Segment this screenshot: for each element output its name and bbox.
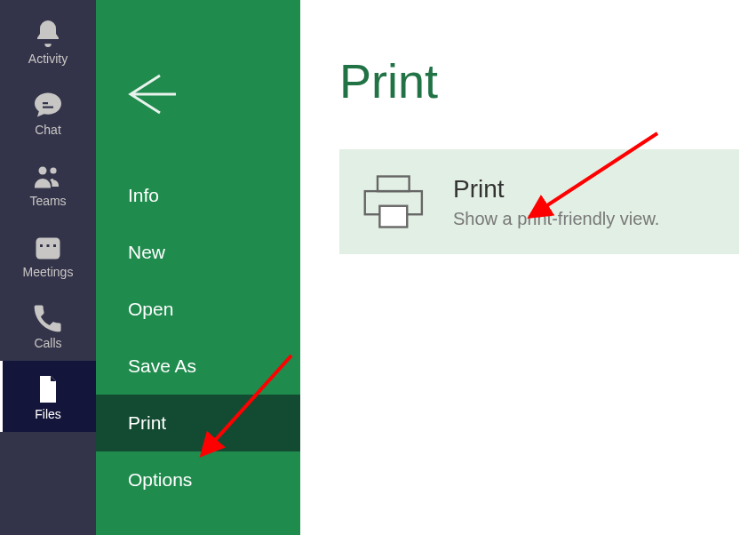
rail-item-chat[interactable]: Chat bbox=[0, 76, 96, 148]
rail-label: Files bbox=[35, 407, 61, 421]
page-title: Print bbox=[339, 53, 756, 108]
file-menu-open[interactable]: Open bbox=[96, 281, 300, 338]
svg-point-1 bbox=[50, 167, 56, 173]
print-card-title: Print bbox=[453, 175, 659, 204]
back-arrow-icon[interactable] bbox=[117, 62, 181, 126]
rail-label: Chat bbox=[35, 123, 61, 137]
calendar-icon bbox=[32, 231, 64, 263]
teams-icon bbox=[32, 160, 64, 192]
svg-point-0 bbox=[39, 167, 47, 175]
file-menu-info[interactable]: Info bbox=[96, 167, 300, 224]
rail-item-files[interactable]: Files bbox=[0, 361, 96, 432]
rail-item-meetings[interactable]: Meetings bbox=[0, 219, 96, 290]
svg-rect-6 bbox=[378, 177, 410, 192]
rail-item-activity[interactable]: Activity bbox=[0, 5, 96, 76]
rail-item-calls[interactable]: Calls bbox=[0, 290, 96, 361]
teams-rail: Activity Chat Teams Meetings Calls Files bbox=[0, 0, 96, 535]
file-backstage-menu: Info New Open Save As Print Options bbox=[96, 0, 300, 535]
phone-icon bbox=[32, 302, 64, 334]
svg-rect-3 bbox=[40, 244, 43, 247]
file-menu-new[interactable]: New bbox=[96, 224, 300, 281]
rail-label: Calls bbox=[34, 336, 61, 350]
file-icon bbox=[32, 373, 64, 405]
rail-label: Meetings bbox=[23, 265, 74, 279]
chat-icon bbox=[32, 89, 64, 121]
print-preview-button[interactable]: Print Show a print-friendly view. bbox=[339, 149, 739, 254]
rail-item-teams[interactable]: Teams bbox=[0, 148, 96, 219]
svg-rect-5 bbox=[53, 244, 56, 247]
file-menu-save-as[interactable]: Save As bbox=[96, 338, 300, 395]
file-menu-print[interactable]: Print bbox=[96, 395, 300, 451]
print-content: Print Print Show a print-friendly view. bbox=[300, 0, 756, 535]
bell-icon bbox=[32, 18, 64, 50]
svg-rect-8 bbox=[379, 206, 407, 228]
print-card-subtitle: Show a print-friendly view. bbox=[453, 209, 659, 229]
printer-icon bbox=[361, 171, 428, 233]
rail-label: Teams bbox=[29, 194, 66, 208]
svg-rect-2 bbox=[36, 238, 60, 260]
print-card-text: Print Show a print-friendly view. bbox=[453, 175, 659, 229]
rail-label: Activity bbox=[28, 52, 68, 66]
file-menu-options[interactable]: Options bbox=[96, 451, 300, 508]
svg-rect-4 bbox=[47, 244, 50, 247]
